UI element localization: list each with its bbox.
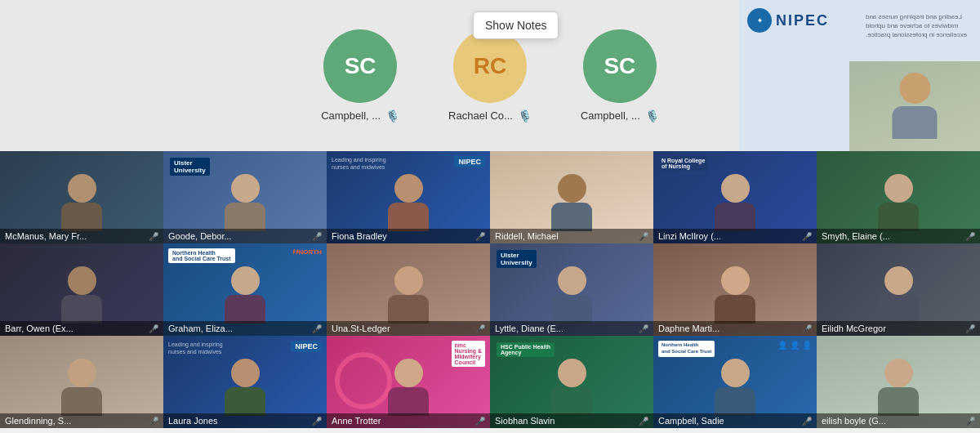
name-lyttle: Lyttle, Diane (E... (495, 324, 635, 333)
participant-name-sc2: Campbell, ... (581, 109, 640, 122)
video-cell-riddell: Riddell, Michael 🎤 (490, 151, 653, 243)
name-label-fiona: Fiona Bradley 🎤 (327, 229, 490, 243)
video-cell-eilidh: Eilidh McGregor 🎤 (817, 243, 980, 336)
nipec-slide-display: ✦ NIPEC Leading and inspiring nurses and… (739, 0, 980, 151)
name-label-goode: Goode, Debor... 🎤 (163, 229, 327, 243)
name-barr: Barr, Owen (Ex... (5, 324, 145, 333)
ulster-logo-goode: UlsterUniversity (170, 158, 210, 176)
mic-smyth: 🎤 (965, 232, 975, 241)
ulster-logo-lyttle: UlsterUniversity (497, 250, 537, 268)
name-label-barr: Barr, Owen (Ex... 🎤 (0, 321, 163, 336)
video-cell-glendinning: Glendinning, S... 🎤 (0, 336, 163, 428)
name-label-laura: Laura Jones 🎤 (163, 413, 327, 428)
video-cell-eilish: eilish boyle (G... 🎤 (817, 336, 980, 428)
main-container: Show Notes SC Campbell, ... 🎙️ RC Rachae… (0, 0, 980, 433)
name-goode: Goode, Debor... (168, 231, 309, 241)
name-label-una: Una.St-Ledger 🎤 (327, 321, 490, 336)
mic-campbell-sadie: 🎤 (802, 417, 812, 426)
mic-barr: 🎤 (149, 324, 158, 333)
participant-sc1: SC Campbell, ... 🎙️ (321, 29, 399, 123)
name-label-lyttle: Lyttle, Diane (E... 🎤 (490, 321, 653, 336)
name-label-siobhan: Siobhan Slavin 🎤 (490, 413, 653, 428)
name-label-eilish: eilish boyle (G... 🎤 (817, 413, 980, 428)
name-fiona: Fiona Bradley (332, 231, 472, 241)
mic-fiona: 🎤 (475, 232, 485, 241)
name-laura: Laura Jones (168, 416, 309, 426)
video-cell-barr: Barr, Owen (Ex... 🎤 (0, 243, 163, 336)
name-label-graham: Graham, Eliza... 🎤 (163, 321, 327, 336)
name-glendinning: Glendinning, S... (5, 416, 145, 426)
royal-college-logo: N Royal Collegeof Nursing (658, 156, 708, 171)
name-graham: Graham, Eliza... (168, 324, 309, 333)
northern-health-logo-sadie: Northern Healthand Social Care Trust (658, 341, 715, 357)
nipec-logo-text: NIPEC (776, 12, 829, 29)
top-section: Show Notes SC Campbell, ... 🎙️ RC Rachae… (0, 0, 980, 151)
name-label-daphne: Daphne Marti... 🎤 (653, 321, 817, 336)
mic-anne: 🎤 (475, 417, 485, 426)
video-cell-graham: Northern Healthand Social Care Trust ♯♯N… (163, 243, 327, 336)
video-cell-anne: nmcNursing &MidwiferyCouncil Anne Trotte… (327, 336, 490, 428)
northern-health-logo: Northern Healthand Social Care Trust (168, 248, 235, 263)
nipec-logo-laura: NIPEC (291, 341, 322, 352)
north-logo: ♯♯NORTH (292, 248, 322, 256)
mic-eilidh: 🎤 (965, 324, 975, 333)
mic-goode: 🎤 (312, 232, 322, 241)
participant-name-sc1: Campbell, ... (321, 109, 381, 122)
mic-icon-sc1: 🎙️ (385, 109, 399, 123)
video-cell-lyttle: UlsterUniversity Lyttle, Diane (E... 🎤 (490, 243, 653, 336)
name-siobhan: Siobhan Slavin (495, 416, 635, 426)
mic-eilish: 🎤 (965, 417, 975, 426)
name-label-smyth: Smyth, Elaine (... 🎤 (817, 229, 980, 243)
avatar-rc: RC (453, 29, 527, 103)
video-cell-fiona: NIPEC Leading and inspiring nurses and m… (327, 151, 490, 243)
nipec-slide-text: Leading and inspiring nurses and midwive… (866, 12, 972, 40)
name-daphne: Daphne Marti... (658, 324, 799, 333)
mic-icon-sc2: 🎙️ (645, 109, 659, 123)
name-label-campbell-sadie: Campbell, Sadie 🎤 (653, 413, 817, 428)
name-una: Una.St-Ledger (332, 324, 472, 333)
mic-icon-rc: 🎙️ (518, 109, 532, 123)
participant-sc2: SC Campbell, ... 🎙️ (581, 29, 659, 123)
mic-una: 🎤 (475, 324, 485, 333)
video-cell-daphne: Daphne Marti... 🎤 (653, 243, 817, 336)
name-smyth: Smyth, Elaine (... (822, 231, 962, 241)
video-cell-siobhan: HSC Public HealthAgency Siobhan Slavin 🎤 (490, 336, 653, 428)
name-linzi: Linzi McIlroy (... (658, 231, 799, 241)
emoji-icons-sadie: 👤 👤 👤 (777, 341, 812, 350)
video-cell-laura: NIPEC Leading and inspiring nurses and m… (163, 336, 327, 428)
avatar-sc1: SC (323, 29, 397, 103)
mic-mcmanus: 🎤 (149, 232, 158, 241)
name-label-eilidh: Eilidh McGregor 🎤 (817, 321, 980, 336)
video-cell-campbell-sadie: Northern Healthand Social Care Trust 👤 👤… (653, 336, 817, 428)
video-cell-una: Una.St-Ledger 🎤 (327, 243, 490, 336)
video-cell-goode: UlsterUniversity Goode, Debor... 🎤 (163, 151, 327, 243)
participant-rc: RC Rachael Co... 🎙️ (448, 29, 532, 123)
nipec-logo-fiona: NIPEC (454, 156, 485, 167)
show-notes-tooltip[interactable]: Show Notes (473, 11, 559, 39)
mic-graham: 🎤 (312, 324, 322, 333)
name-riddell: Riddell, Michael (495, 231, 635, 241)
mic-laura: 🎤 (312, 417, 322, 426)
show-notes-label: Show Notes (485, 19, 546, 32)
hsc-logo-siobhan: HSC Public HealthAgency (497, 342, 555, 357)
name-label-linzi: Linzi McIlroy (... 🎤 (653, 229, 817, 243)
video-cell-linzi: N Royal Collegeof Nursing Linzi McIlroy … (653, 151, 817, 243)
mic-glendinning: 🎤 (149, 417, 158, 426)
mic-riddell: 🎤 (639, 232, 648, 241)
name-label-anne: Anne Trotter 🎤 (327, 413, 490, 428)
participant-name-rc: Rachael Co... (448, 109, 513, 122)
name-label-glendinning: Glendinning, S... 🎤 (0, 413, 163, 428)
name-mcmanus: McManus, Mary Fr... (5, 231, 145, 241)
mic-lyttle: 🎤 (639, 324, 648, 333)
decorative-circle-anne (335, 352, 392, 409)
avatar-sc2: SC (583, 29, 657, 103)
name-eilidh: Eilidh McGregor (822, 324, 962, 333)
name-eilish: eilish boyle (G... (822, 416, 962, 426)
nmc-logo: nmcNursing &MidwiferyCouncil (452, 341, 485, 367)
name-anne: Anne Trotter (332, 416, 472, 426)
name-label-riddell: Riddell, Michael 🎤 (490, 229, 653, 243)
mic-daphne: 🎤 (802, 324, 812, 333)
video-cell-smyth: Smyth, Elaine (... 🎤 (817, 151, 980, 243)
mic-linzi: 🎤 (802, 232, 812, 241)
video-cell-mcmanus: McManus, Mary Fr... 🎤 (0, 151, 163, 243)
